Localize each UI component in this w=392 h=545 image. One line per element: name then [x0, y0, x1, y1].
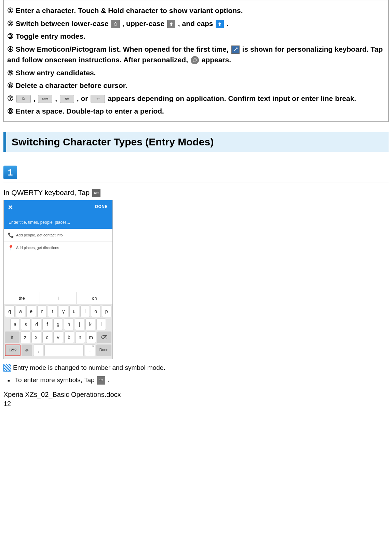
result-note: Entry mode is changed to number and symb… [3, 364, 389, 372]
key-shift[interactable]: ⇧ [5, 332, 19, 343]
screenshot-header: ✕ DONE Enter title, times, people, place… [4, 200, 112, 229]
key-m[interactable]: m [86, 332, 96, 343]
close-icon[interactable]: ✕ [8, 204, 13, 211]
key-done[interactable]: Done [96, 345, 111, 356]
text: , [55, 94, 59, 102]
text: Add places, get directions [16, 246, 59, 250]
key-w[interactable]: w [16, 306, 26, 317]
more-symbols-key-icon: 1/2 [97, 376, 105, 385]
text: . [89, 348, 91, 353]
sub-bullet: To enter more symbols, Tap 1/2 . [8, 376, 389, 385]
key-o[interactable]: o [91, 306, 101, 317]
key-x[interactable]: x [31, 332, 41, 343]
key-comma[interactable]: , [33, 345, 43, 356]
key-e[interactable]: e [26, 306, 36, 317]
page-footer: Xperia XZs_02_Basic Operations.docx 12 [3, 391, 389, 408]
svg-line-4 [24, 99, 25, 100]
key-s[interactable]: s [21, 319, 30, 330]
box-item-1: ① Enter a character. Touch & Hold charac… [7, 5, 385, 16]
location-icon: 📍 [8, 245, 16, 250]
svg-point-3 [22, 98, 24, 100]
text: ⑦ [7, 94, 16, 102]
text: , upper-case [122, 20, 166, 27]
key-n[interactable]: n [75, 332, 85, 343]
done-button[interactable]: DONE [95, 204, 108, 209]
shift-outline-icon [111, 20, 120, 28]
instruction-box: ① Enter a character. Touch & Hold charac… [3, 0, 389, 122]
key-d[interactable]: d [32, 319, 41, 330]
phone-icon: 📞 [8, 232, 16, 238]
key-v[interactable]: v [53, 332, 63, 343]
key-space[interactable] [44, 345, 84, 356]
key-b[interactable]: b [64, 332, 74, 343]
shift-filled-icon [167, 20, 175, 28]
key-u[interactable]: u [69, 306, 79, 317]
suggestion[interactable]: on [77, 292, 112, 304]
keyboard-screenshot: ✕ DONE Enter title, times, people, place… [3, 200, 113, 359]
instruction-line: In QWERTY keyboard, Tap 12!? [3, 189, 389, 197]
next-key-icon: Next [38, 95, 52, 103]
key-h[interactable]: h [64, 319, 73, 330]
suggestion[interactable]: the [4, 292, 40, 304]
key-f[interactable]: f [42, 319, 52, 330]
emoticon-icon [191, 56, 199, 64]
key-j[interactable]: j [75, 319, 84, 330]
text: ② Switch between lower-case [7, 20, 111, 27]
text: Add people, get contact info [16, 233, 63, 237]
suggestion-bar: the I on [4, 292, 112, 304]
key-c[interactable]: c [42, 332, 52, 343]
box-item-8: ⑧ Enter a space. Double-tap to enter a p… [7, 106, 385, 117]
key-y[interactable]: y [59, 306, 69, 317]
text: , or [77, 94, 90, 102]
enter-key-icon [91, 95, 105, 103]
text: In QWERTY keyboard, Tap [3, 189, 92, 196]
divider [3, 182, 389, 182]
text: appears. [202, 56, 231, 64]
result-icon [3, 364, 11, 372]
key-z[interactable]: z [21, 332, 30, 343]
text: ?! [92, 345, 94, 348]
text: To enter more symbols, Tap [15, 376, 96, 384]
add-places-row[interactable]: 📍 Add places, get directions [4, 242, 112, 254]
key-i[interactable]: i [80, 306, 90, 317]
box-item-2: ② Switch between lower-case , upper-case… [7, 18, 385, 29]
step-number-badge: 1 [3, 166, 17, 179]
key-l[interactable]: l [96, 319, 106, 330]
key-emoji[interactable]: ☺ [22, 345, 32, 356]
key-q[interactable]: q [5, 306, 15, 317]
mode-key-icon: 12!? [92, 189, 100, 197]
box-item-6: ⑥ Delete a character before cursor. [7, 80, 385, 91]
key-a[interactable]: a [10, 319, 20, 330]
key-k[interactable]: k [85, 319, 95, 330]
box-item-3: ③ Toggle entry modes. [7, 31, 385, 42]
key-g[interactable]: g [53, 319, 63, 330]
qwerty-keyboard: q w e r t y u i o p a s d f g h [4, 304, 112, 359]
text: , and caps [178, 20, 215, 27]
key-delete[interactable]: ⌫ [97, 332, 112, 343]
text: Entry mode is changed to number and symb… [13, 364, 165, 372]
page-number: 12 [3, 400, 389, 408]
text: ④ Show Emoticon/Pictogram list. When ope… [7, 45, 231, 53]
key-r[interactable]: r [37, 306, 47, 317]
text: appears depending on application. Confir… [108, 94, 356, 102]
key-period[interactable]: ?! . [85, 345, 95, 356]
filename: Xperia XZs_02_Basic Operations.docx [3, 391, 389, 399]
personalize-wizard-icon [231, 46, 240, 54]
caps-lock-icon [216, 20, 224, 28]
key-p[interactable]: p [102, 306, 112, 317]
add-people-row[interactable]: 📞 Add people, get contact info [4, 229, 112, 242]
suggestion[interactable]: I [40, 292, 76, 304]
text: . [108, 376, 109, 384]
svg-point-2 [195, 60, 196, 61]
box-item-5: ⑤ Show entry candidates. [7, 67, 385, 78]
step-1: 1 In QWERTY keyboard, Tap 12!? ✕ DONE En… [3, 166, 389, 385]
section-heading: Switching Character Types (Entry Modes) [3, 132, 389, 152]
title-input[interactable]: Enter title, times, people, places... [9, 220, 70, 225]
key-mode-toggle[interactable]: 12!? [5, 345, 21, 356]
go-key-icon: Go [60, 95, 74, 103]
text: , [33, 94, 38, 102]
box-item-4: ④ Show Emoticon/Pictogram list. When ope… [7, 44, 385, 65]
box-item-7: ⑦ , Next , Go , or appears depending on … [7, 93, 385, 104]
key-t[interactable]: t [48, 306, 58, 317]
text: . [227, 20, 229, 27]
